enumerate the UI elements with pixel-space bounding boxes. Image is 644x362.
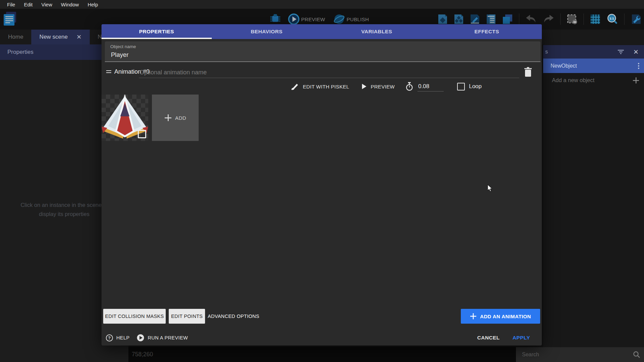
frame-select-checkbox[interactable] (138, 130, 146, 138)
close-panel-icon[interactable]: ✕ (633, 48, 639, 56)
publish-label: PUBLISH (347, 16, 369, 22)
time-between-frames-input[interactable] (417, 82, 444, 92)
cursor-coordinates: 758;260 (132, 351, 153, 358)
brush-icon (291, 82, 299, 90)
scene-objects-icon[interactable] (438, 14, 448, 25)
animation-header-row: Animation #0 (105, 66, 538, 79)
search-input[interactable] (521, 351, 633, 358)
dialog-tab-effects[interactable]: EFFECTS (432, 24, 542, 39)
svg-text:1:1: 1:1 (609, 17, 614, 20)
objects-panel: s ✕ NewObject Add a new object (543, 30, 644, 362)
preview-label: PREVIEW (301, 16, 325, 22)
search-bar[interactable] (516, 347, 644, 362)
help-button[interactable]: ? HELP (106, 334, 129, 341)
add-object-plus-icon (633, 77, 639, 84)
dialog-action-row: EDIT COLLISION MASKS EDIT POINTS ADVANCE… (103, 309, 540, 324)
add-frame-tile[interactable]: ADD (152, 95, 199, 141)
filter-icon[interactable] (618, 49, 624, 54)
animation-frame-thumbnail[interactable] (102, 95, 148, 141)
tools-icon[interactable] (631, 14, 641, 25)
play-icon (361, 83, 367, 89)
dialog-tab-bar: PROPERTIES BEHAVIORS VARIABLES EFFECTS (102, 24, 542, 39)
cancel-button[interactable]: CANCEL (477, 335, 500, 341)
run-a-preview-button[interactable]: RUN A PREVIEW (137, 334, 188, 341)
dialog-tab-properties[interactable]: PROPERTIES (102, 24, 212, 39)
edit-scene-icon[interactable] (470, 14, 480, 25)
publish-button[interactable]: PUBLISH (333, 13, 369, 25)
mouse-cursor (487, 185, 494, 192)
search-icon (633, 351, 641, 359)
scene-status-bar: 758;260 (128, 347, 516, 362)
tab-home[interactable]: Home (0, 30, 31, 44)
publish-icon (333, 13, 345, 25)
preview-play-icon (288, 13, 300, 25)
menu-view[interactable]: View (37, 0, 56, 9)
properties-panel-title: Properties (7, 49, 33, 56)
menu-window[interactable]: Window (56, 0, 83, 9)
dialog-tab-behaviors[interactable]: BEHAVIORS (212, 24, 322, 39)
delete-animation-icon[interactable] (524, 67, 532, 77)
plus-icon (164, 114, 172, 121)
project-manager-icon[interactable] (3, 11, 17, 27)
menu-help[interactable]: Help (83, 0, 103, 9)
toolbar-separator (519, 13, 519, 25)
animation-tools-row: EDIT WITH PISKEL PREVIEW Loop (102, 80, 482, 93)
drag-handle-icon[interactable] (106, 70, 111, 74)
objects-groups-icon[interactable] (454, 14, 464, 25)
loop-label: Loop (469, 83, 482, 90)
redo-icon[interactable] (543, 14, 554, 24)
menu-edit[interactable]: Edit (19, 0, 37, 9)
edit-with-piskel-button[interactable]: EDIT WITH PISKEL (303, 84, 349, 89)
add-new-object-row[interactable]: Add a new object (543, 73, 644, 87)
run-preview-icon (137, 334, 144, 341)
objects-panel-title-partial: s (545, 49, 548, 55)
mask-icon[interactable] (567, 14, 577, 25)
edit-points-button[interactable]: EDIT POINTS (169, 309, 205, 324)
debugger-icon[interactable] (269, 13, 282, 25)
menu-file[interactable]: File (3, 0, 19, 9)
timer-icon (405, 82, 413, 91)
object-name-field[interactable]: Object name (105, 41, 540, 62)
add-an-animation-button[interactable]: ADD AN ANIMATION (461, 309, 540, 324)
dialog-footer-row: ? HELP RUN A PREVIEW CANCEL APPLY (106, 331, 537, 345)
dialog-tab-variables[interactable]: VARIABLES (322, 24, 432, 39)
toolbar-separator (624, 13, 625, 25)
preview-animation-button[interactable]: PREVIEW (371, 84, 395, 89)
object-name-label: Object name (110, 44, 136, 49)
plus-icon (470, 313, 477, 320)
edit-collision-masks-button[interactable]: EDIT COLLISION MASKS (103, 309, 166, 324)
object-list-item-selected[interactable]: NewObject (543, 59, 644, 73)
object-editor-dialog: PROPERTIES BEHAVIORS VARIABLES EFFECTS O… (102, 24, 542, 346)
tab-new-scene[interactable]: New scene ✕ (31, 30, 89, 44)
advanced-options-button[interactable]: ADVANCED OPTIONS (208, 309, 259, 324)
object-menu-icon[interactable] (638, 63, 639, 69)
layers-icon[interactable] (502, 14, 513, 25)
close-tab-icon[interactable]: ✕ (76, 33, 81, 41)
toolbar-separator (560, 13, 561, 25)
grid-icon[interactable] (590, 14, 601, 25)
zoom-1-1-icon[interactable]: 1:1 (607, 13, 618, 25)
objects-panel-header: s ✕ (543, 45, 644, 59)
events-sheet-icon[interactable] (486, 14, 496, 25)
toolbar-separator (583, 13, 584, 25)
object-name-input[interactable] (110, 51, 535, 59)
menu-bar: File Edit View Window Help (0, 0, 644, 9)
loop-checkbox[interactable] (457, 83, 465, 90)
preview-button[interactable]: PREVIEW (288, 13, 325, 25)
apply-button[interactable]: APPLY (513, 335, 530, 341)
undo-icon[interactable] (525, 14, 537, 24)
help-icon: ? (106, 334, 113, 341)
animation-name-input[interactable] (139, 67, 519, 78)
